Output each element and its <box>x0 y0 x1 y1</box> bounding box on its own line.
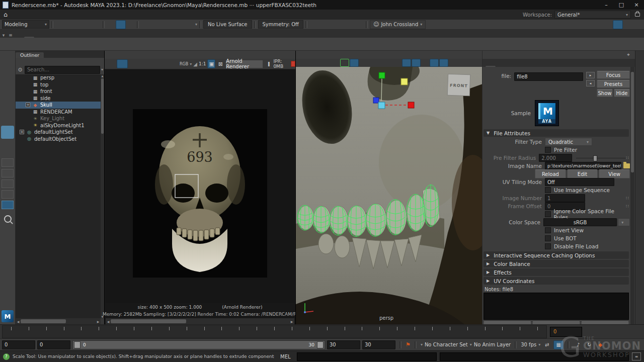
viewport-tool-icon[interactable] <box>466 59 474 66</box>
filter-type-dropdown[interactable]: Quadratic▾ <box>545 138 592 146</box>
map-button-icon[interactable]: ∷ <box>626 155 630 160</box>
search-input[interactable]: Search... <box>25 66 100 74</box>
outliner-item[interactable]: ▦ side <box>16 95 101 102</box>
audio-icon[interactable]: ♪ <box>574 341 583 349</box>
section-file-attributes[interactable]: ▼File Attributes <box>484 129 629 137</box>
invert-view-checkbox[interactable] <box>545 227 551 233</box>
layout-button[interactable] <box>2 169 14 177</box>
mel-label[interactable]: MEL <box>277 354 294 359</box>
node-name-input[interactable]: file8 <box>514 72 583 81</box>
alpha-channel-icon[interactable]: ◢ <box>193 61 197 67</box>
frame-tick[interactable] <box>406 326 424 338</box>
frame-tick[interactable] <box>90 326 108 338</box>
scroll-left-icon[interactable]: ◀ <box>16 320 21 323</box>
shelf-menu-icon[interactable]: ▾ <box>0 33 7 38</box>
scale-center-handle[interactable] <box>378 102 385 109</box>
file-op-icon[interactable] <box>64 21 73 29</box>
symmetry-indicator[interactable]: Symmetry: Off <box>258 20 303 29</box>
remove-image-icon[interactable]: ⊠ <box>217 60 224 68</box>
outliner-item[interactable]: ◎ defaultObjectSet <box>16 136 101 143</box>
view-button[interactable]: View <box>599 169 630 178</box>
frame-tick[interactable] <box>459 326 476 338</box>
render-op-icon[interactable] <box>337 21 346 29</box>
playback-button[interactable] <box>585 328 592 336</box>
frame-tick[interactable] <box>143 326 160 338</box>
current-time-field[interactable]: 0 <box>550 327 582 337</box>
shelf-tool-icon[interactable] <box>159 38 171 50</box>
character-set-caret[interactable]: ▾ <box>421 342 423 347</box>
frame-tick[interactable] <box>441 326 459 338</box>
character-set-selector[interactable]: No Character Set <box>425 342 468 347</box>
render-op-icon[interactable] <box>318 21 328 29</box>
scale-z-handle[interactable] <box>373 98 379 103</box>
lock-icon[interactable] <box>635 13 640 17</box>
viewport-tool-icon[interactable] <box>340 59 349 67</box>
shelf-tool-icon[interactable] <box>133 38 145 50</box>
soft-mod-handle[interactable] <box>401 78 408 85</box>
script-editor-icon[interactable]: ≡ <box>632 352 641 360</box>
use-bot-checkbox[interactable] <box>545 235 551 241</box>
render-op-icon[interactable] <box>328 21 337 29</box>
presets-button[interactable]: Presets <box>597 80 630 88</box>
playback-button[interactable] <box>599 328 606 336</box>
viewport-tool-icon[interactable] <box>449 59 457 66</box>
frame-tick[interactable] <box>3 326 20 338</box>
shelf-tool-icon[interactable] <box>394 38 407 50</box>
viewport-tool-icon[interactable] <box>430 59 439 67</box>
shelf-tool-icon[interactable] <box>54 38 66 50</box>
playback-start-field[interactable]: 0 <box>37 340 70 349</box>
render-view-hscrollbar[interactable]: ◀ ▶ <box>106 318 294 324</box>
renderer-selector[interactable]: Arnold Renderer <box>225 60 263 68</box>
render-view-tool-icon[interactable] <box>117 59 128 68</box>
file-op-icon[interactable] <box>73 21 83 29</box>
shelf-tool-icon[interactable] <box>146 38 158 50</box>
viewport-tool-icon[interactable] <box>297 59 305 66</box>
collapsed-section-header[interactable]: ▶UV Coordinates <box>484 277 629 285</box>
color-space-caret[interactable]: ▾ <box>618 218 630 226</box>
shelf-tool-icon[interactable] <box>316 38 328 50</box>
set-key-icon[interactable]: ⚑ <box>406 341 411 348</box>
scale-y-handle[interactable] <box>379 72 385 78</box>
render-canvas[interactable]: 693 <box>106 69 294 303</box>
maximize-button[interactable]: □ <box>614 0 629 10</box>
zoom-icon[interactable] <box>4 215 12 223</box>
frame-tick[interactable] <box>318 326 336 338</box>
uv-tiling-dropdown[interactable]: Off <box>545 178 614 186</box>
anim-layer-selector[interactable]: No Anim Layer <box>474 342 511 347</box>
viewport-tool-icon[interactable] <box>385 59 393 66</box>
layout-button[interactable] <box>2 179 14 188</box>
disable-file-load-checkbox[interactable] <box>545 243 551 249</box>
render-view-tool-icon[interactable] <box>148 60 158 68</box>
collapsed-section-header[interactable]: ▶Color Balance <box>484 260 629 267</box>
scroll-left-icon[interactable]: ◀ <box>106 320 111 323</box>
anim-layer-caret[interactable]: ▾ <box>470 342 472 347</box>
selection-mode-icon[interactable] <box>116 20 126 29</box>
sidebar-toggle-icon[interactable] <box>623 21 632 29</box>
pre-filter-radius-slider[interactable] <box>576 154 626 161</box>
shelf-options-icon[interactable]: ≡ <box>7 33 14 38</box>
scroll-right-icon[interactable]: ▶ <box>96 320 101 323</box>
frame-tick[interactable] <box>354 326 371 338</box>
shelf-tool-icon[interactable] <box>198 38 210 50</box>
tool-button[interactable] <box>1 55 14 68</box>
frame-tick[interactable] <box>336 326 354 338</box>
render-op-icon[interactable] <box>355 21 364 29</box>
shelf-tool-icon[interactable] <box>67 38 79 50</box>
shelf-tool-icon[interactable] <box>355 38 367 50</box>
outliner-item[interactable]: + ◆ Skull <box>16 102 101 109</box>
viewport-canvas[interactable]: FRONT persp <box>296 67 482 324</box>
notes-area[interactable] <box>484 293 629 320</box>
shelf-tool-icon[interactable] <box>329 38 341 50</box>
show-button[interactable]: Show <box>597 89 613 97</box>
keep-image-icon[interactable]: ▣ <box>207 59 215 68</box>
frame-tick[interactable] <box>424 326 441 338</box>
playback-button[interactable] <box>620 328 627 336</box>
shelf-tool-icon[interactable] <box>211 38 223 50</box>
fps-selector[interactable]: 30 fps <box>521 342 536 347</box>
outliner-item[interactable]: ▦ persp <box>16 74 101 81</box>
frame-tick[interactable] <box>55 326 73 338</box>
search-dropdown-icon[interactable]: ▾ <box>101 67 103 72</box>
shelf-tool-icon[interactable] <box>41 38 53 50</box>
user-account-menu[interactable]: ☺ John Crossland ▾ <box>370 20 426 29</box>
animation-start-field[interactable]: 0 <box>2 340 35 349</box>
